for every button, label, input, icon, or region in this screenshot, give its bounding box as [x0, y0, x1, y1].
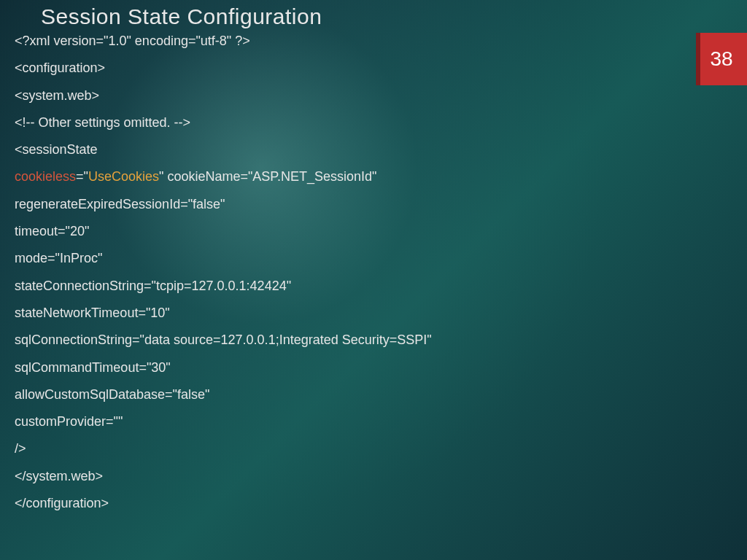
page-number-badge: 38: [696, 33, 747, 85]
code-line: <sessionState: [15, 141, 674, 158]
code-text: =": [76, 169, 88, 184]
highlight-value: UseCookies: [88, 169, 159, 184]
code-line: <system.web>: [15, 87, 674, 104]
slide-title: Session State Configuration: [41, 4, 322, 29]
code-line: stateNetworkTimeout="10": [15, 304, 674, 322]
code-line: sqlConnectionString="data source=127.0.0…: [15, 331, 674, 349]
code-line: regenerateExpiredSessionId="false": [15, 195, 674, 213]
code-block: <?xml version="1.0" encoding="utf-8" ?> …: [15, 32, 674, 521]
code-line: allowCustomSqlDatabase="false": [15, 386, 674, 403]
code-line: <?xml version="1.0" encoding="utf-8" ?>: [15, 32, 674, 50]
code-line: sqlCommandTimeout="30": [15, 359, 674, 376]
code-line: </configuration>: [15, 494, 674, 512]
code-line: customProvider="": [15, 413, 674, 430]
code-line: mode="InProc": [15, 249, 674, 267]
code-text: " cookieName="ASP.NET_SessionId": [159, 169, 377, 184]
highlight-attr: cookieless: [15, 169, 76, 184]
page-number-text: 38: [710, 47, 732, 71]
code-line: cookieless="UseCookies" cookieName="ASP.…: [15, 168, 674, 185]
code-line: timeout="20": [15, 222, 674, 240]
code-line: stateConnectionString="tcpip=127.0.0.1:4…: [15, 277, 674, 295]
code-line: </system.web>: [15, 467, 674, 485]
code-line: <!-- Other settings omitted. -->: [15, 114, 674, 131]
code-line: />: [15, 440, 674, 457]
code-line: <configuration>: [15, 59, 674, 77]
